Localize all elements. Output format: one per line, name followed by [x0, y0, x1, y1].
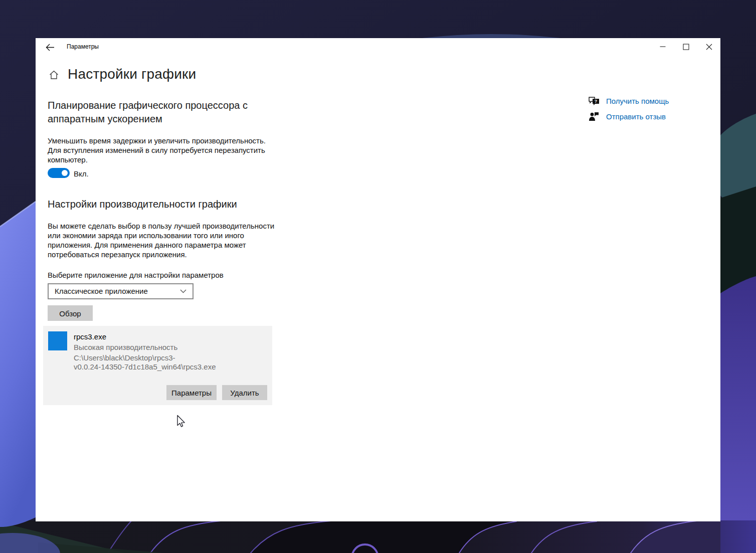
- page-header: Настройки графики: [36, 66, 720, 86]
- page-title: Настройки графики: [68, 66, 196, 82]
- app-path: C:\Users\black\Desktop\rpcs3- v0.0.24-14…: [74, 353, 224, 372]
- send-feedback-icon: [588, 111, 600, 122]
- performance-description: Вы можете сделать выбор в пользу лучшей …: [48, 221, 279, 259]
- send-feedback-link-row: Отправить отзыв: [587, 111, 717, 122]
- titlebar: Параметры: [36, 38, 720, 56]
- maximize-button[interactable]: [674, 38, 697, 55]
- settings-window: Параметры Настройки графики: [36, 38, 720, 521]
- close-icon: [706, 44, 712, 50]
- get-help-link-row: ? Получить помощь: [587, 96, 717, 107]
- app-path-line2: v0.0.24-14350-7d1c18a5_win64\rpcs3.exe: [74, 362, 224, 372]
- performance-title: Настройки производительности графики: [48, 198, 263, 211]
- app-options-button[interactable]: Параметры: [166, 385, 217, 400]
- app-remove-button[interactable]: Удалить: [222, 385, 267, 400]
- app-path-line1: C:\Users\black\Desktop\rpcs3-: [74, 353, 224, 362]
- gpu-scheduling-description: Уменьшить время задержки и увеличить про…: [48, 136, 274, 164]
- send-feedback-link[interactable]: Отправить отзыв: [606, 112, 666, 121]
- maximize-icon: [683, 44, 689, 50]
- gpu-scheduling-title: Планирование графического процессора с а…: [48, 99, 263, 126]
- window-title: Параметры: [67, 43, 99, 50]
- app-type-dropdown-value: Классическое приложение: [55, 287, 148, 295]
- toggle-state-label: Вкл.: [74, 169, 89, 178]
- choose-app-label: Выберите приложение для настройки параме…: [48, 271, 224, 279]
- app-default-icon: [48, 331, 67, 350]
- toggle-knob: [62, 170, 68, 176]
- back-button[interactable]: [42, 40, 59, 54]
- home-icon: [49, 70, 59, 80]
- get-help-icon: ?: [588, 96, 601, 107]
- mouse-cursor: [176, 415, 187, 430]
- close-button[interactable]: [697, 38, 720, 55]
- app-type-dropdown[interactable]: Классическое приложение: [48, 283, 194, 299]
- svg-text:?: ?: [595, 99, 598, 104]
- browse-button[interactable]: Обзор: [48, 305, 93, 321]
- back-arrow-icon: [45, 43, 55, 52]
- gpu-scheduling-toggle[interactable]: [48, 168, 70, 178]
- minimize-icon: [660, 44, 666, 50]
- app-performance-mode: Высокая производительность: [74, 343, 177, 351]
- app-entry-card[interactable]: rpcs3.exe Высокая производительность C:\…: [43, 326, 272, 405]
- minimize-button[interactable]: [651, 38, 674, 55]
- get-help-link[interactable]: Получить помощь: [606, 97, 669, 105]
- chevron-down-icon: [180, 289, 186, 293]
- app-name: rpcs3.exe: [74, 332, 106, 341]
